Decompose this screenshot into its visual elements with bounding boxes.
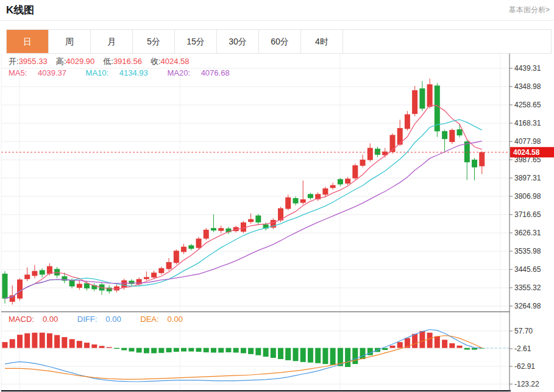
ma5-readout: MA5: 4039.37	[9, 68, 75, 77]
svg-text:4168.31: 4168.31	[514, 119, 541, 127]
ma-line-MA10	[5, 119, 482, 299]
svg-text:3445.65: 3445.65	[514, 265, 541, 274]
svg-text:3355.32: 3355.32	[514, 283, 541, 292]
close-value: 4024.58	[161, 57, 190, 66]
svg-text:3535.98: 3535.98	[514, 247, 541, 255]
ma10-readout: MA10: 4134.93	[86, 68, 157, 77]
current-price-badge: 4024.58	[510, 147, 554, 157]
svg-text:3626.31: 3626.31	[514, 229, 541, 237]
close-label: 收:	[151, 57, 161, 66]
svg-text:4077.98: 4077.98	[514, 137, 541, 146]
svg-text:57.70: 57.70	[514, 327, 533, 335]
y-axis-labels: 4439.314348.984258.654168.314077.983987.…	[510, 64, 541, 388]
svg-text:-2.61: -2.61	[514, 344, 531, 353]
dea-line	[5, 336, 482, 380]
open-value: 3955.33	[19, 57, 48, 66]
svg-text:-123.22: -123.22	[514, 380, 539, 388]
svg-text:4258.65: 4258.65	[514, 101, 541, 109]
svg-text:3716.65: 3716.65	[514, 210, 541, 219]
svg-text:-62.91: -62.91	[514, 362, 535, 371]
high-value: 4029.90	[66, 57, 94, 66]
svg-text:4024.58: 4024.58	[513, 148, 540, 157]
borders-layer	[1, 54, 511, 391]
macd-lines-layer	[5, 330, 510, 382]
ma-line-MA20	[5, 141, 482, 298]
ma-readout: MA5: 4039.37 MA10: 4134.93 MA20: 4076.68	[9, 68, 247, 77]
macd-readout: MACD:0.00 DIFF:0.00 DEA:0.00	[9, 315, 200, 324]
svg-text:3806.98: 3806.98	[514, 192, 541, 201]
ma20-readout: MA20: 4076.68	[167, 68, 238, 77]
svg-text:4439.31: 4439.31	[514, 64, 541, 73]
dea-value-readout: DEA:0.00	[140, 315, 191, 324]
diff-line	[5, 330, 482, 382]
low-label: 低:	[103, 57, 113, 66]
svg-text:3897.31: 3897.31	[514, 174, 541, 182]
svg-text:3264.98: 3264.98	[514, 302, 541, 310]
diff-value-readout: DIFF:0.00	[77, 315, 130, 324]
low-value: 3916.56	[113, 57, 142, 66]
open-label: 开:	[9, 57, 19, 66]
high-label: 高:	[56, 57, 66, 66]
candlestick-layer	[2, 79, 485, 305]
svg-text:4348.98: 4348.98	[514, 82, 541, 91]
grid-layer	[1, 54, 510, 390]
macd-value-readout: MACD:0.00	[9, 315, 66, 324]
ohlc-readout: 开:3955.33高:4029.90低:3916.56收:4024.58	[9, 56, 198, 67]
